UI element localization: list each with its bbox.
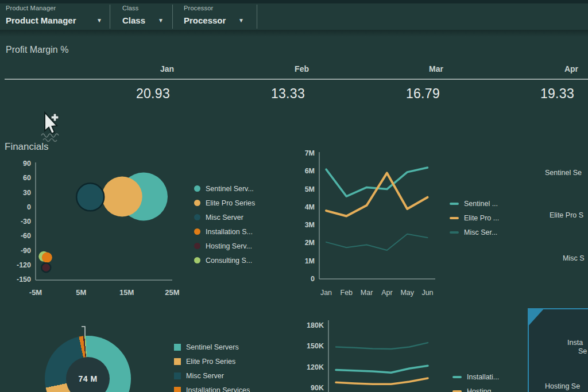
y-tick-label: 6M: [305, 167, 315, 175]
legend-label: Sentinel ...: [464, 200, 498, 208]
legend-swatch: [194, 214, 200, 220]
selection-corner-triangle: [528, 308, 546, 328]
y-tick-label: 180K: [307, 321, 324, 329]
y-tick-label: -90: [21, 247, 31, 255]
bubble-point[interactable]: [42, 253, 52, 263]
charts-canvas[interactable]: 9060300-30-60-90-120-150-5M5M15M25M7M6M5…: [0, 0, 588, 392]
top-line-chart-legend: Sentinel ...Elite Pro ...Misc Ser...: [450, 196, 499, 239]
legend-swatch: [452, 376, 462, 378]
legend-item[interactable]: Hosting ...: [452, 384, 499, 392]
y-tick-label: 60: [23, 174, 31, 182]
legend-swatch: [194, 243, 200, 249]
y-tick-label: -60: [21, 232, 31, 240]
cursor-scribble: [41, 134, 59, 137]
y-tick-label: 90K: [311, 384, 324, 392]
legend-label: Installation Services: [186, 386, 250, 392]
donut-total-label: 74 M: [78, 374, 97, 383]
x-tick-label: Mar: [361, 289, 373, 297]
legend-swatch: [174, 372, 181, 379]
legend-item[interactable]: Elite Pro ...: [450, 211, 499, 225]
bar-category-label: Se: [578, 347, 587, 355]
bar-category-label: Sentinel Se: [545, 169, 582, 177]
y-tick-label: 4M: [305, 203, 315, 211]
y-tick-label: 7M: [305, 149, 315, 157]
x-tick-label: 5M: [76, 288, 86, 297]
legend-swatch: [194, 228, 200, 235]
legend-label: Elite Pro ...: [464, 214, 499, 222]
y-tick-label: 0: [311, 275, 315, 283]
line-series[interactable]: [336, 378, 428, 384]
legend-item[interactable]: Elite Pro Series: [174, 354, 250, 368]
legend-label: Hosting ...: [467, 387, 499, 392]
x-tick-label: 25M: [165, 288, 179, 297]
donut-chart-legend: Sentinel ServersElite Pro SeriesMisc Ser…: [174, 340, 250, 392]
legend-label: Sentinel Servers: [186, 343, 239, 351]
legend-item[interactable]: Installation S...: [194, 224, 255, 239]
legend-label: Elite Pro Series: [186, 358, 235, 366]
legend-swatch: [174, 358, 181, 365]
bottom-line-chart-legend: Installati...Hosting ...: [452, 370, 499, 392]
legend-swatch: [452, 390, 462, 392]
bar-category-label: Elite Pro S: [550, 211, 583, 219]
line-series[interactable]: [336, 343, 428, 349]
y-tick-label: -150: [17, 275, 31, 284]
legend-swatch: [450, 217, 459, 219]
mouse-cursor: [38, 109, 67, 145]
y-tick-label: 3M: [305, 221, 315, 229]
x-tick-label: -5M: [29, 288, 42, 297]
legend-item[interactable]: Sentinel Serv...: [194, 181, 255, 196]
x-tick-label: Jan: [320, 289, 332, 297]
bubble-point[interactable]: [102, 176, 142, 216]
x-tick-label: May: [400, 289, 414, 297]
line-series[interactable]: [326, 168, 428, 196]
legend-item[interactable]: Sentinel ...: [450, 196, 499, 211]
y-tick-label: 90: [23, 160, 31, 168]
bubble-chart-legend: Sentinel Serv...Elite Pro SeriesMisc Ser…: [194, 181, 255, 267]
legend-label: Hosting Serv...: [206, 242, 252, 250]
legend-item[interactable]: Consulting S...: [194, 253, 255, 267]
legend-item[interactable]: Misc Ser...: [450, 225, 499, 239]
line-series[interactable]: [326, 173, 428, 216]
legend-item[interactable]: Sentinel Servers: [174, 340, 250, 354]
legend-label: Installation S...: [206, 228, 253, 236]
y-tick-label: 5M: [305, 185, 315, 193]
legend-swatch: [450, 203, 459, 205]
legend-label: Sentinel Serv...: [206, 185, 254, 193]
legend-label: Misc Server: [186, 372, 224, 380]
legend-label: Misc Server: [206, 214, 243, 222]
legend-item[interactable]: Hosting Serv...: [194, 239, 255, 253]
bar-category-label: Hosting Se: [545, 382, 580, 390]
legend-label: Elite Pro Series: [206, 199, 255, 207]
legend-swatch: [194, 200, 200, 206]
y-tick-label: -30: [21, 218, 31, 226]
bubble-point[interactable]: [41, 263, 51, 272]
legend-swatch: [194, 185, 200, 192]
y-tick-label: 150K: [307, 342, 324, 350]
legend-swatch: [174, 344, 181, 351]
y-tick-label: 30: [23, 189, 31, 197]
x-tick-label: Feb: [341, 289, 353, 297]
legend-item[interactable]: Installation Services: [174, 383, 250, 392]
legend-swatch: [450, 231, 459, 234]
bar-category-label: Insta: [567, 339, 583, 347]
legend-swatch: [194, 257, 200, 263]
x-tick-label: 15M: [119, 288, 134, 297]
legend-label: Misc Ser...: [464, 228, 497, 236]
legend-label: Consulting S...: [206, 257, 252, 265]
y-tick-label: 0: [27, 203, 31, 211]
y-tick-label: 1M: [305, 257, 315, 265]
x-tick-label: Jun: [421, 289, 433, 297]
line-series[interactable]: [326, 234, 428, 250]
legend-item[interactable]: Elite Pro Series: [194, 196, 255, 210]
legend-item[interactable]: Installati...: [452, 370, 499, 384]
bar-category-label: Misc S: [563, 254, 585, 262]
legend-item[interactable]: Misc Server: [174, 368, 250, 383]
x-tick-label: Apr: [381, 289, 392, 297]
line-series[interactable]: [336, 366, 428, 372]
legend-swatch: [174, 387, 181, 392]
bubble-point[interactable]: [76, 183, 104, 211]
y-tick-label: 120K: [307, 363, 324, 371]
donut-callout-line: [82, 327, 85, 336]
y-tick-label: -120: [17, 261, 31, 269]
legend-item[interactable]: Misc Server: [194, 210, 255, 224]
